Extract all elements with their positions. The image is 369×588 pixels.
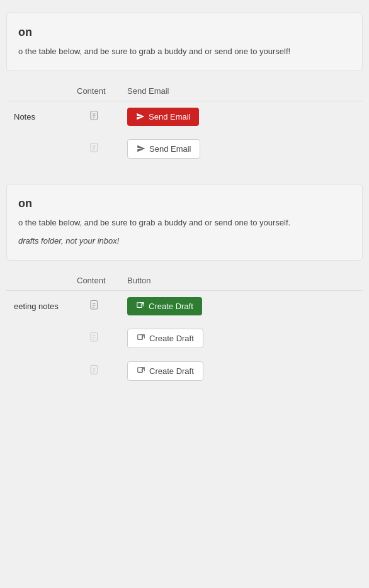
row1-action: Send Email	[120, 101, 363, 132]
section2-description: o the table below, and be sure to grab a…	[18, 217, 351, 229]
table-row: Create Draft	[6, 354, 363, 387]
row1-content-icon	[69, 290, 120, 322]
row1-label: Notes	[6, 101, 69, 132]
create-draft-outline-button-3[interactable]: Create Draft	[127, 361, 203, 381]
table-row: eeting notes	[6, 290, 363, 322]
section2-col-label-header	[6, 271, 69, 291]
section1-table: Content Send Email Notes	[6, 81, 363, 165]
section2-note: drafts folder, not your inbox!	[18, 235, 351, 247]
table-row: Notes Send Email	[6, 101, 363, 132]
section2-table-wrap: Content Button eeting notes	[6, 271, 363, 387]
svg-rect-8	[91, 300, 98, 309]
section2-col-action-header: Button	[120, 271, 363, 291]
section1-title: on	[18, 26, 351, 39]
row2-label	[6, 132, 69, 165]
send-email-primary-button[interactable]: Send Email	[127, 108, 199, 126]
section1-card: on o the table below, and be sure to gra…	[6, 13, 363, 71]
row2-content-icon	[69, 322, 120, 354]
send-email-outline-button[interactable]: Send Email	[127, 139, 200, 159]
svg-rect-0	[91, 111, 98, 120]
create-draft-primary-button[interactable]: Create Draft	[127, 297, 202, 315]
row2-action: Create Draft	[120, 322, 363, 354]
section2-card: on o the table below, and be sure to gra…	[6, 184, 363, 261]
svg-rect-14	[91, 332, 98, 341]
row3-content-icon	[69, 354, 120, 387]
row2-content-icon	[69, 132, 120, 165]
section1-table-wrap: Content Send Email Notes	[6, 81, 363, 165]
create-draft-outline-button-2[interactable]: Create Draft	[127, 329, 203, 348]
section2-title: on	[18, 197, 351, 210]
row2-label	[6, 322, 69, 354]
svg-rect-4	[91, 143, 98, 152]
row2-action: Send Email	[120, 132, 363, 165]
row1-content-icon	[69, 101, 120, 132]
row3-label	[6, 354, 69, 387]
row1-action: Create Draft	[120, 290, 363, 322]
table-row: Send Email	[6, 132, 363, 165]
section1-col-content-header: Content	[69, 81, 120, 101]
table-row: Create Draft	[6, 322, 363, 354]
svg-rect-20	[91, 365, 98, 374]
section2-col-content-header: Content	[69, 271, 120, 291]
section2-table: Content Button eeting notes	[6, 271, 363, 387]
section1-description: o the table below, and be sure to grab a…	[18, 45, 351, 58]
section1-col-label-header	[6, 81, 69, 101]
row3-action: Create Draft	[120, 354, 363, 387]
section1-col-action-header: Send Email	[120, 81, 363, 101]
row1-label: eeting notes	[6, 290, 69, 322]
